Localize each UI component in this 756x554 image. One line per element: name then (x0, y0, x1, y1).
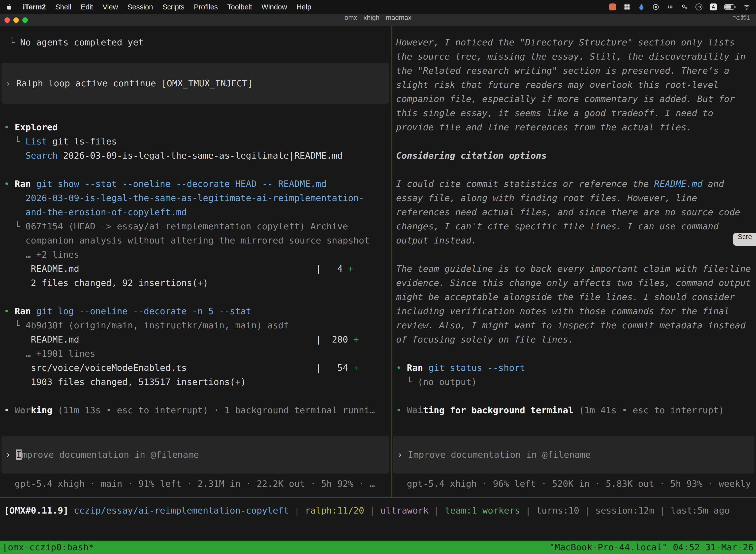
dark-disc-app-icon[interactable] (652, 3, 659, 10)
tmux-session-info: [omx-cczip0:bash* (2, 541, 94, 554)
terminal-line: • Ran git log --oneline --decorate -n 5 … (0, 304, 391, 318)
terminal-line: 1903 files changed, 513517 insertions(+) (0, 375, 391, 389)
text-run: team:1 workers (445, 505, 520, 515)
menu-item-edit[interactable]: Edit (81, 3, 93, 11)
terminal-line: README.md | 280 + (0, 332, 391, 346)
terminal-line: gpt-5.4 xhigh · main · 91% left · 2.31M … (0, 477, 391, 491)
battery-icon[interactable] (724, 3, 736, 10)
text-run: review. Also, I might want to inspect th… (396, 320, 746, 330)
text-run: Improve documentation in @filename (408, 449, 590, 460)
text-run: (11m 13s • esc to interrupt) (58, 405, 208, 415)
screen-overlay-button[interactable]: Scre (733, 233, 756, 246)
tmux-pane-right[interactable]: However, I noticed the "Directory Struct… (392, 26, 756, 497)
text-run: Wor (15, 405, 31, 415)
terminal-content: └ No agents completed yet› Ralph loop ac… (0, 26, 756, 497)
text-run: turns:10 (536, 505, 579, 515)
text-run: king (31, 405, 52, 415)
text-run: | (520, 505, 536, 515)
grid-app-icon[interactable] (624, 3, 630, 10)
tmux-pane-left[interactable]: └ No agents completed yet› Ralph loop ac… (0, 26, 391, 497)
text-run (52, 405, 58, 415)
prompt-input[interactable]: › Improve documentation in @filename (393, 436, 755, 474)
text-run: slight risk that future readers may over… (396, 80, 718, 90)
blue-app-icon[interactable] (638, 3, 645, 10)
menu-item-profiles[interactable]: Profiles (194, 3, 218, 11)
text-run: Considering citation options (396, 151, 547, 161)
terminal-line: However, I noticed the "Directory Struct… (392, 35, 756, 49)
terminal-line: 2 files changed, 92 insertions(+) (0, 276, 391, 290)
text-run: references need actual files, and since … (396, 207, 740, 217)
text-run: gpt-5.4 xhigh · main · 91% left · 2.31M … (4, 479, 375, 489)
terminal-line: including verification notes with those … (392, 304, 756, 318)
terminal-line: src/voice/voiceModeEnabled.ts | 54 + (0, 361, 391, 375)
apple-menu-icon[interactable] (6, 2, 14, 11)
text-run: changes, I can't cite specific file line… (396, 221, 718, 231)
terminal-line: The team guideline is to back every impo… (392, 262, 756, 276)
input-source-icon[interactable]: A (710, 3, 717, 10)
dots-grid-icon[interactable] (667, 3, 674, 10)
menu-item-window[interactable]: Window (261, 3, 287, 11)
terminal-line: output instead. (392, 233, 756, 247)
text-run: and-the-erosion-of-copyleft.md (25, 207, 187, 217)
window-shortcut-badge: ⌥⌘1 (733, 14, 750, 26)
menu-item-session[interactable]: Session (127, 3, 153, 11)
text-run: ralph:11/20 (305, 505, 364, 515)
text-run: 2026-03-09-is-legal-the-same-as-legitima… (25, 193, 364, 203)
menubar-status-icons: .61A (609, 3, 750, 10)
terminal-line: Search 2026-03-09-is-legal-the-same-as-l… (0, 149, 391, 163)
prompt-input[interactable]: › Improve documentation in @filename (1, 436, 389, 474)
text-run: • (4, 179, 15, 189)
text-run: (no output) (418, 377, 477, 387)
text-run (4, 151, 25, 161)
text-run: List (25, 136, 47, 147)
text-run: output instead. (396, 235, 477, 245)
text-run: git show --stat --oneline --decorate HEA… (36, 179, 326, 189)
text-run: mprove documentation in @filename (21, 449, 199, 460)
terminal-line: evidence. Since this change only affects… (392, 276, 756, 290)
window-title-bar[interactable]: omx --xhigh --madmax ⌥⌘1 (0, 14, 756, 26)
text-run (573, 405, 579, 415)
menu-item-toolbelt[interactable]: Toolbelt (227, 3, 252, 11)
menu-item-help[interactable]: Help (296, 3, 311, 11)
text-run: 067f154 (HEAD -> essay/ai-reimplementati… (25, 221, 348, 231)
text-run: 1903 files changed, 513517 insertions(+) (4, 377, 246, 387)
text-run: companion analysis without altering the … (4, 235, 370, 245)
terminal-line: review. Also, I might want to inspect th… (392, 318, 756, 332)
text-run (31, 179, 36, 189)
terminal-line (0, 290, 391, 304)
menu-item-app-name[interactable]: iTerm2 (23, 3, 46, 11)
text-run: the source tree, missing the essay. Stil… (396, 51, 746, 62)
tmux-host-clock: "MacBook-Pro-44.local" 04:52 31-Mar-26 (549, 541, 754, 554)
terminal-line: the source tree, missing the essay. Stil… (392, 49, 756, 63)
terminal-line: I could cite commit statistics or refere… (392, 177, 756, 191)
text-run: might be acceptable alongside the file l… (396, 292, 735, 302)
text-run: | (654, 505, 671, 515)
meter-icon[interactable]: .61 (695, 3, 702, 10)
text-run (68, 505, 74, 515)
text-run (423, 363, 428, 373)
menu-item-shell[interactable]: Shell (55, 3, 71, 11)
text-run: | (429, 505, 445, 515)
text-run: However, I noticed the "Directory Struct… (396, 37, 735, 47)
terminal-line: and-the-erosion-of-copyleft.md (0, 205, 391, 219)
wifi-icon[interactable] (743, 3, 750, 10)
text-run: • (396, 405, 407, 415)
text-run: evidence. Since this change only affects… (396, 278, 751, 288)
terminal-line: • Ran git status --short (392, 361, 756, 375)
text-run: … +2 lines (4, 250, 79, 260)
text-run: + (348, 264, 354, 274)
terminal-line: provide file and line references from th… (392, 120, 756, 134)
terminal-line: › Improve documentation in @filename (4, 447, 387, 462)
tmux-status-bar: [omx-cczip0:bash* "MacBook-Pro-44.local"… (0, 541, 756, 554)
text-run: › (397, 449, 408, 460)
screen-record-icon[interactable] (609, 3, 616, 10)
text-run (4, 193, 25, 203)
text-run: · 1 background terminal runni… (208, 405, 375, 415)
key-icon[interactable] (681, 3, 688, 10)
terminal-line: └ No agents completed yet (0, 35, 391, 49)
menu-item-view[interactable]: View (103, 3, 118, 11)
menu-item-scripts[interactable]: Scripts (163, 3, 185, 11)
text-run: src/voice/voiceModeEnabled.ts | 54 (4, 363, 354, 373)
text-run: + (354, 363, 359, 373)
text-run: └ (4, 136, 25, 147)
